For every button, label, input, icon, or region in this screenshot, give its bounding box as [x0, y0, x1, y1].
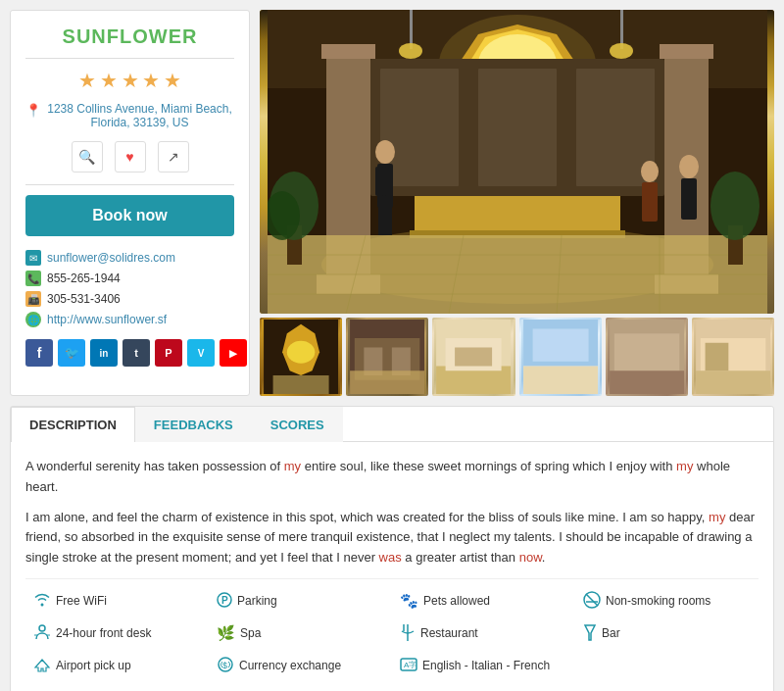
svg-point-37 [679, 155, 699, 178]
fax-icon: 📠 [25, 291, 41, 307]
svg-rect-36 [642, 182, 658, 222]
highlight-my3: my [709, 510, 725, 524]
svg-rect-31 [375, 167, 383, 196]
amenity-nosmoking: Non-smoking rooms [575, 587, 759, 616]
svg-rect-34 [385, 206, 392, 235]
tabs-bar: DESCRIPTION FEEDBACKS SCORES [11, 407, 773, 442]
thumbnail-5[interactable] [606, 318, 688, 396]
amenity-nosmoking-label: Non-smoking rooms [606, 594, 710, 608]
highlight-now: now [519, 550, 542, 565]
twitter-icon[interactable]: 🐦 [58, 339, 85, 367]
language-icon: A字 [400, 656, 417, 676]
amenity-language: A字 English - Italian - French [392, 652, 759, 680]
thumbnail-6[interactable] [692, 318, 774, 396]
thumbnail-strip [260, 318, 774, 396]
star-rating: ★ ★ ★ ★ ★ [25, 69, 234, 92]
frontdesk-icon [33, 623, 51, 644]
location-icon: 📍 [25, 103, 41, 118]
svg-rect-44 [410, 10, 413, 49]
svg-rect-63 [523, 367, 598, 395]
amenity-spa: 🌿 Spa [209, 619, 392, 648]
tab-scores[interactable]: SCORES [252, 407, 343, 442]
amenity-restaurant-label: Restaurant [420, 626, 478, 640]
amenity-pets: 🐾 Pets allowed [392, 587, 575, 616]
facebook-icon[interactable]: f [25, 339, 53, 367]
vimeo-icon[interactable]: V [187, 339, 215, 367]
svg-point-50 [287, 341, 316, 364]
parking-icon: P [217, 592, 232, 611]
fax-item: 📠 305-531-3406 [25, 291, 234, 307]
phone-number: 855-265-1944 [47, 271, 121, 285]
fax-number: 305-531-3406 [47, 292, 121, 306]
svg-point-77 [39, 625, 45, 631]
svg-rect-71 [705, 343, 728, 371]
phone-item: 📞 855-265-1944 [25, 271, 234, 286]
email-link[interactable]: sunflower@solidres.com [47, 251, 175, 265]
spa-icon: 🌿 [217, 624, 235, 642]
amenity-wifi: Free WiFi [25, 587, 209, 616]
thumbnail-3[interactable] [432, 318, 514, 396]
svg-rect-12 [660, 44, 713, 59]
svg-point-29 [375, 140, 395, 164]
top-section: SUNFLOWER ★ ★ ★ ★ ★ 📍 1238 Collins Avenu… [10, 10, 774, 396]
social-icons-group: f 🐦 in t P V ▶ [25, 339, 234, 367]
linkedin-icon[interactable]: in [90, 339, 118, 367]
hotel-address: 📍 1238 Collins Avenue, Miami Beach, Flor… [25, 102, 234, 129]
amenity-airport-label: Airport pick up [56, 659, 131, 672]
amenity-wifi-label: Free WiFi [56, 594, 107, 608]
svg-rect-9 [321, 44, 375, 59]
svg-point-35 [641, 161, 659, 182]
nosmoking-icon [583, 591, 601, 612]
svg-rect-38 [681, 178, 697, 220]
share-button[interactable]: ↗ [158, 141, 189, 173]
amenity-currency: $ Currency exchange [209, 652, 392, 680]
svg-rect-56 [350, 370, 424, 394]
book-now-button[interactable]: Book now [25, 195, 234, 236]
youtube-icon[interactable]: ▶ [220, 339, 247, 367]
website-link[interactable]: http://www.sunflower.sf [47, 313, 167, 326]
highlight-my: my [284, 459, 301, 473]
svg-text:P: P [221, 595, 228, 606]
email-item: ✉ sunflower@solidres.com [25, 250, 234, 266]
tab-description[interactable]: DESCRIPTION [11, 407, 135, 442]
amenity-restaurant: Restaurant [392, 619, 575, 648]
thumbnail-4[interactable] [519, 318, 602, 396]
svg-text:A字: A字 [404, 661, 416, 669]
web-icon: 🌐 [25, 312, 41, 327]
svg-point-45 [399, 43, 422, 59]
main-hotel-image[interactable] [260, 10, 774, 314]
amenity-frontdesk-label: 24-hour front desk [56, 626, 151, 640]
svg-rect-67 [610, 370, 684, 394]
favorite-button[interactable]: ♥ [115, 141, 146, 173]
svg-rect-70 [696, 370, 770, 394]
bar-icon [583, 623, 597, 644]
airport-icon [33, 656, 51, 676]
highlight-my2: my [676, 459, 693, 473]
highlight-was: was [379, 550, 402, 565]
svg-text:$: $ [222, 661, 227, 670]
amenity-language-label: English - Italian - French [422, 659, 550, 672]
restaurant-icon [400, 623, 416, 644]
action-icons-group: 🔍 ♥ ↗ [25, 141, 234, 173]
star-4: ★ [142, 70, 160, 91]
search-button[interactable]: 🔍 [72, 141, 103, 173]
thumbnail-1[interactable] [260, 318, 342, 396]
amenity-parking: P Parking [209, 587, 392, 616]
tumblr-icon[interactable]: t [122, 339, 150, 367]
svg-rect-33 [378, 206, 385, 235]
star-5: ★ [164, 70, 181, 91]
amenity-frontdesk: 24-hour front desk [25, 619, 209, 648]
amenity-bar-label: Bar [602, 626, 620, 640]
phone-icon: 📞 [25, 271, 41, 286]
amenity-pets-label: Pets allowed [423, 594, 490, 608]
description-para-1: A wonderful serenity has taken possessio… [25, 457, 759, 498]
thumbnail-2[interactable] [346, 318, 428, 396]
amenity-currency-label: Currency exchange [239, 659, 341, 672]
amenity-parking-label: Parking [237, 594, 277, 608]
lobby-visual [260, 10, 774, 314]
page-container: SUNFLOWER ★ ★ ★ ★ ★ 📍 1238 Collins Avenu… [0, 0, 784, 691]
tab-feedbacks[interactable]: FEEDBACKS [135, 407, 252, 442]
pinterest-icon[interactable]: P [155, 339, 182, 367]
wifi-icon [33, 593, 51, 610]
description-para-2: I am alone, and feel the charm of existe… [25, 508, 759, 568]
